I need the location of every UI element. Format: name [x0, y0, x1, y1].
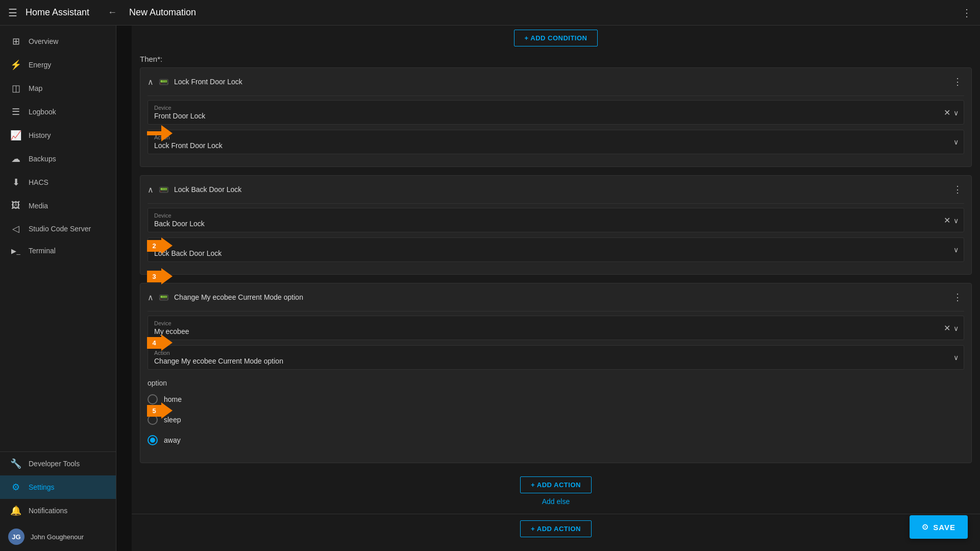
device-field-value-1: Front Door Lock — [154, 112, 958, 120]
action-card-lock-front: ∧ 📟 Lock Front Door Lock ⋮ Device Front … — [140, 67, 972, 167]
collapse-icon-3[interactable]: ∧ — [148, 293, 154, 302]
hacs-icon: ⬇ — [10, 177, 21, 188]
sidebar-item-logbook[interactable]: ☰ Logbook — [0, 100, 116, 124]
sidebar-label-history: History — [29, 131, 51, 139]
menu-icon[interactable]: ☰ — [8, 7, 17, 19]
sidebar-item-map[interactable]: ◫ Map — [0, 77, 116, 100]
sidebar-item-overview[interactable]: ⊞ Overview — [0, 30, 116, 53]
sidebar-label-media: Media — [29, 202, 48, 210]
option-label: option — [148, 379, 964, 387]
user-name: John Goughenour — [31, 533, 84, 541]
radio-away[interactable] — [148, 435, 158, 445]
sidebar-label-map: Map — [29, 84, 42, 92]
studio-code-icon: ◁ — [10, 223, 21, 234]
radio-label-sleep: sleep — [164, 416, 181, 424]
action-title-3: Change My ecobee Current Mode option — [174, 293, 946, 301]
action-card-header-2: ∧ 📟 Lock Back Door Lock ⋮ — [140, 176, 971, 203]
action-card-ecobee: ∧ 📟 Change My ecobee Current Mode option… — [140, 283, 972, 463]
radio-sleep[interactable] — [148, 415, 158, 425]
notifications-icon: 🔔 — [10, 505, 21, 516]
add-condition-button[interactable]: + ADD CONDITION — [514, 30, 598, 46]
backups-icon: ☁ — [10, 153, 21, 164]
radio-option-home[interactable]: home — [148, 392, 964, 406]
top-header: ☰ Home Assistant ← New Automation ⋮ — [0, 0, 980, 26]
device-clear-button-3[interactable]: ✕ — [944, 323, 950, 333]
action-more-button-3[interactable]: ⋮ — [951, 290, 964, 305]
history-icon: 📈 — [10, 130, 21, 141]
back-button[interactable]: ← — [108, 7, 117, 18]
user-avatar: JG — [8, 529, 24, 545]
action-expand-button-2[interactable]: ∨ — [953, 246, 959, 254]
action-card-body-3: Device My ecobee ✕ ∨ Action Change My ec… — [140, 312, 971, 463]
action-field-actions-3: ∨ — [953, 353, 959, 362]
sidebar-item-terminal[interactable]: ▶_ Terminal — [0, 241, 116, 261]
action-field-actions-1: ∨ — [953, 138, 959, 146]
notifications-label: Notifications — [29, 507, 67, 515]
radio-option-away[interactable]: away — [148, 433, 964, 447]
action-field-value-2: Lock Back Door Lock — [154, 249, 958, 257]
action-field-label-2: Action — [154, 242, 958, 248]
overview-icon: ⊞ — [10, 36, 21, 47]
device-expand-button-2[interactable]: ∨ — [953, 216, 959, 224]
device-clear-button-2[interactable]: ✕ — [944, 215, 950, 225]
device-field-label-3: Device — [154, 320, 958, 326]
action-field-3: Action Change My ecobee Current Mode opt… — [148, 345, 964, 370]
developer-tools-icon: 🔧 — [10, 458, 21, 469]
radio-option-sleep[interactable]: sleep — [148, 413, 964, 427]
media-icon: 🖼 — [10, 200, 21, 211]
then-label: Then*: — [132, 51, 980, 67]
sidebar-item-energy[interactable]: ⚡ Energy — [0, 53, 116, 77]
sidebar-label-studio: Studio Code Server — [29, 225, 91, 233]
bottom-add-action-row: + ADD ACTION — [132, 514, 980, 547]
map-icon: ◫ — [10, 83, 21, 94]
device-expand-button-3[interactable]: ∨ — [953, 324, 959, 332]
sidebar-item-studio-code-server[interactable]: ◁ Studio Code Server — [0, 217, 116, 241]
add-action-bar: + ADD ACTION Add else — [140, 471, 972, 509]
device-field-actions-2: ✕ ∨ — [944, 215, 959, 225]
collapse-icon-2[interactable]: ∧ — [148, 185, 154, 195]
action-expand-button-3[interactable]: ∨ — [953, 353, 959, 362]
device-field-label-1: Device — [154, 105, 958, 111]
logbook-icon: ☰ — [10, 106, 21, 117]
add-action-button[interactable]: + ADD ACTION — [520, 476, 592, 493]
sidebar-item-backups[interactable]: ☁ Backups — [0, 147, 116, 171]
action-more-button-2[interactable]: ⋮ — [951, 182, 964, 197]
action-card-header-3: ∧ 📟 Change My ecobee Current Mode option… — [140, 283, 971, 311]
action-card-body-2: Device Back Door Lock ✕ ∨ Action Lock Ba… — [140, 204, 971, 274]
action-expand-button-1[interactable]: ∨ — [953, 138, 959, 146]
sidebar-item-developer-tools[interactable]: 🔧 Developer Tools — [0, 452, 116, 475]
sidebar-label-settings: Settings — [29, 483, 55, 491]
action-field-label-3: Action — [154, 350, 958, 356]
more-options-icon[interactable]: ⋮ — [962, 7, 972, 19]
user-profile[interactable]: JG John Goughenour — [0, 522, 116, 551]
action-more-button-1[interactable]: ⋮ — [951, 74, 964, 89]
action-card-header-1: ∧ 📟 Lock Front Door Lock ⋮ — [140, 68, 971, 95]
sidebar-item-settings[interactable]: ⚙ Settings — [0, 475, 116, 499]
bottom-add-action-button[interactable]: + ADD ACTION — [520, 520, 592, 537]
sidebar-item-hacs[interactable]: ⬇ HACS — [0, 171, 116, 194]
device-icon-1: 📟 — [159, 77, 169, 87]
device-field-label-2: Device — [154, 212, 958, 219]
device-icon-3: 📟 — [159, 293, 169, 302]
device-field-value-2: Back Door Lock — [154, 220, 958, 228]
action-card-lock-back: ∧ 📟 Lock Back Door Lock ⋮ Device Back Do… — [140, 175, 972, 275]
sidebar-item-history[interactable]: 📈 History — [0, 124, 116, 147]
collapse-icon-1[interactable]: ∧ — [148, 77, 154, 87]
save-icon: ⊙ — [922, 522, 929, 532]
save-button[interactable]: ⊙ SAVE — [910, 515, 968, 539]
action-card-body-1: Device Front Door Lock ✕ ∨ Action Lock F… — [140, 96, 971, 166]
device-field-actions-3: ✕ ∨ — [944, 323, 959, 333]
radio-home[interactable] — [148, 394, 158, 404]
add-else-link[interactable]: Add else — [542, 497, 570, 506]
notifications-item[interactable]: 🔔 Notifications — [0, 499, 116, 522]
app-title: Home Assistant — [26, 7, 89, 18]
radio-label-away: away — [164, 436, 181, 444]
main-scroll[interactable]: + ADD CONDITION Then*: ∧ 📟 Lock Front Do… — [132, 26, 980, 551]
device-field-3: Device My ecobee ✕ ∨ — [148, 316, 964, 340]
action-field-value-3: Change My ecobee Current Mode option — [154, 357, 958, 365]
sidebar-item-media[interactable]: 🖼 Media — [0, 194, 116, 217]
device-expand-button-1[interactable]: ∨ — [953, 108, 959, 116]
sidebar-label-terminal: Terminal — [29, 247, 56, 255]
device-clear-button-1[interactable]: ✕ — [944, 108, 950, 117]
sidebar-label-developer: Developer Tools — [29, 460, 80, 468]
